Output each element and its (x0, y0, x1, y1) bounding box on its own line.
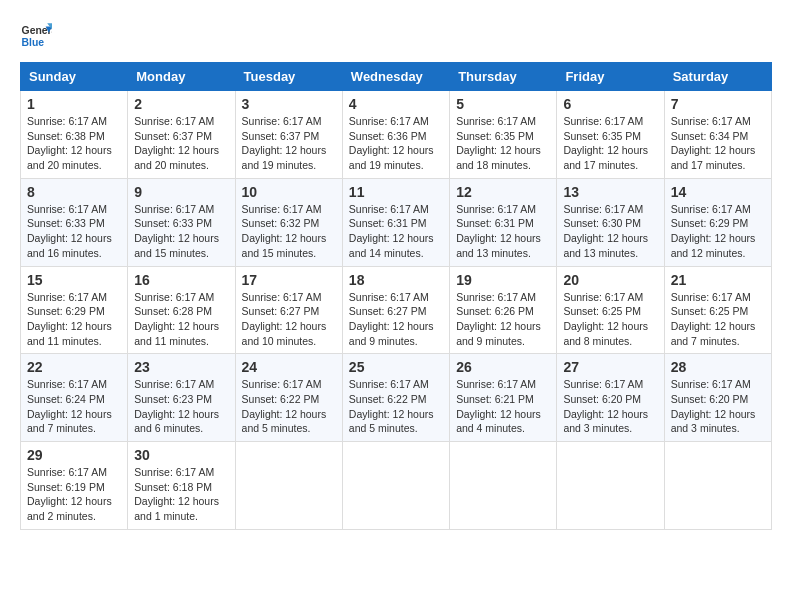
calendar-cell: 15Sunrise: 6:17 AM Sunset: 6:29 PM Dayli… (21, 266, 128, 354)
calendar-cell (450, 442, 557, 530)
calendar-cell: 22Sunrise: 6:17 AM Sunset: 6:24 PM Dayli… (21, 354, 128, 442)
day-info: Sunrise: 6:17 AM Sunset: 6:19 PM Dayligh… (27, 465, 121, 524)
calendar-cell: 30Sunrise: 6:17 AM Sunset: 6:18 PM Dayli… (128, 442, 235, 530)
calendar-cell: 25Sunrise: 6:17 AM Sunset: 6:22 PM Dayli… (342, 354, 449, 442)
calendar-week-1: 1Sunrise: 6:17 AM Sunset: 6:38 PM Daylig… (21, 91, 772, 179)
day-info: Sunrise: 6:17 AM Sunset: 6:20 PM Dayligh… (563, 377, 657, 436)
calendar-cell: 3Sunrise: 6:17 AM Sunset: 6:37 PM Daylig… (235, 91, 342, 179)
day-number: 8 (27, 184, 121, 200)
calendar-cell: 6Sunrise: 6:17 AM Sunset: 6:35 PM Daylig… (557, 91, 664, 179)
calendar-cell: 9Sunrise: 6:17 AM Sunset: 6:33 PM Daylig… (128, 178, 235, 266)
day-info: Sunrise: 6:17 AM Sunset: 6:22 PM Dayligh… (349, 377, 443, 436)
day-info: Sunrise: 6:17 AM Sunset: 6:29 PM Dayligh… (671, 202, 765, 261)
calendar-cell: 2Sunrise: 6:17 AM Sunset: 6:37 PM Daylig… (128, 91, 235, 179)
column-header-tuesday: Tuesday (235, 63, 342, 91)
day-info: Sunrise: 6:17 AM Sunset: 6:35 PM Dayligh… (563, 114, 657, 173)
day-info: Sunrise: 6:17 AM Sunset: 6:27 PM Dayligh… (242, 290, 336, 349)
calendar-cell: 17Sunrise: 6:17 AM Sunset: 6:27 PM Dayli… (235, 266, 342, 354)
day-info: Sunrise: 6:17 AM Sunset: 6:24 PM Dayligh… (27, 377, 121, 436)
day-info: Sunrise: 6:17 AM Sunset: 6:25 PM Dayligh… (671, 290, 765, 349)
calendar-cell: 12Sunrise: 6:17 AM Sunset: 6:31 PM Dayli… (450, 178, 557, 266)
calendar-week-2: 8Sunrise: 6:17 AM Sunset: 6:33 PM Daylig… (21, 178, 772, 266)
day-info: Sunrise: 6:17 AM Sunset: 6:30 PM Dayligh… (563, 202, 657, 261)
calendar-cell: 27Sunrise: 6:17 AM Sunset: 6:20 PM Dayli… (557, 354, 664, 442)
day-number: 2 (134, 96, 228, 112)
day-number: 16 (134, 272, 228, 288)
calendar-cell (557, 442, 664, 530)
day-info: Sunrise: 6:17 AM Sunset: 6:37 PM Dayligh… (134, 114, 228, 173)
column-header-monday: Monday (128, 63, 235, 91)
day-number: 30 (134, 447, 228, 463)
day-info: Sunrise: 6:17 AM Sunset: 6:36 PM Dayligh… (349, 114, 443, 173)
calendar-cell: 5Sunrise: 6:17 AM Sunset: 6:35 PM Daylig… (450, 91, 557, 179)
day-number: 24 (242, 359, 336, 375)
day-info: Sunrise: 6:17 AM Sunset: 6:38 PM Dayligh… (27, 114, 121, 173)
calendar-cell: 1Sunrise: 6:17 AM Sunset: 6:38 PM Daylig… (21, 91, 128, 179)
day-number: 15 (27, 272, 121, 288)
day-number: 11 (349, 184, 443, 200)
calendar-cell (235, 442, 342, 530)
day-info: Sunrise: 6:17 AM Sunset: 6:32 PM Dayligh… (242, 202, 336, 261)
day-info: Sunrise: 6:17 AM Sunset: 6:21 PM Dayligh… (456, 377, 550, 436)
column-header-thursday: Thursday (450, 63, 557, 91)
calendar-cell: 18Sunrise: 6:17 AM Sunset: 6:27 PM Dayli… (342, 266, 449, 354)
day-info: Sunrise: 6:17 AM Sunset: 6:37 PM Dayligh… (242, 114, 336, 173)
calendar-cell: 21Sunrise: 6:17 AM Sunset: 6:25 PM Dayli… (664, 266, 771, 354)
calendar-week-3: 15Sunrise: 6:17 AM Sunset: 6:29 PM Dayli… (21, 266, 772, 354)
calendar-cell: 26Sunrise: 6:17 AM Sunset: 6:21 PM Dayli… (450, 354, 557, 442)
day-number: 12 (456, 184, 550, 200)
day-info: Sunrise: 6:17 AM Sunset: 6:23 PM Dayligh… (134, 377, 228, 436)
day-number: 26 (456, 359, 550, 375)
day-info: Sunrise: 6:17 AM Sunset: 6:29 PM Dayligh… (27, 290, 121, 349)
day-info: Sunrise: 6:17 AM Sunset: 6:31 PM Dayligh… (349, 202, 443, 261)
day-number: 28 (671, 359, 765, 375)
day-info: Sunrise: 6:17 AM Sunset: 6:26 PM Dayligh… (456, 290, 550, 349)
calendar-cell: 8Sunrise: 6:17 AM Sunset: 6:33 PM Daylig… (21, 178, 128, 266)
calendar-header-row: SundayMondayTuesdayWednesdayThursdayFrid… (21, 63, 772, 91)
day-number: 7 (671, 96, 765, 112)
day-number: 20 (563, 272, 657, 288)
calendar-cell: 7Sunrise: 6:17 AM Sunset: 6:34 PM Daylig… (664, 91, 771, 179)
calendar-cell (342, 442, 449, 530)
day-info: Sunrise: 6:17 AM Sunset: 6:27 PM Dayligh… (349, 290, 443, 349)
page-header: General Blue (20, 20, 772, 52)
day-info: Sunrise: 6:17 AM Sunset: 6:20 PM Dayligh… (671, 377, 765, 436)
calendar-cell: 13Sunrise: 6:17 AM Sunset: 6:30 PM Dayli… (557, 178, 664, 266)
calendar-cell: 11Sunrise: 6:17 AM Sunset: 6:31 PM Dayli… (342, 178, 449, 266)
calendar-cell: 10Sunrise: 6:17 AM Sunset: 6:32 PM Dayli… (235, 178, 342, 266)
logo: General Blue (20, 20, 52, 52)
calendar-cell: 4Sunrise: 6:17 AM Sunset: 6:36 PM Daylig… (342, 91, 449, 179)
day-info: Sunrise: 6:17 AM Sunset: 6:35 PM Dayligh… (456, 114, 550, 173)
day-number: 9 (134, 184, 228, 200)
day-number: 6 (563, 96, 657, 112)
day-number: 13 (563, 184, 657, 200)
day-number: 3 (242, 96, 336, 112)
day-info: Sunrise: 6:17 AM Sunset: 6:33 PM Dayligh… (27, 202, 121, 261)
column-header-saturday: Saturday (664, 63, 771, 91)
calendar-week-5: 29Sunrise: 6:17 AM Sunset: 6:19 PM Dayli… (21, 442, 772, 530)
day-number: 21 (671, 272, 765, 288)
day-number: 22 (27, 359, 121, 375)
day-number: 5 (456, 96, 550, 112)
day-number: 14 (671, 184, 765, 200)
calendar-cell: 16Sunrise: 6:17 AM Sunset: 6:28 PM Dayli… (128, 266, 235, 354)
day-number: 25 (349, 359, 443, 375)
column-header-friday: Friday (557, 63, 664, 91)
day-number: 17 (242, 272, 336, 288)
day-number: 1 (27, 96, 121, 112)
day-info: Sunrise: 6:17 AM Sunset: 6:25 PM Dayligh… (563, 290, 657, 349)
calendar-cell: 29Sunrise: 6:17 AM Sunset: 6:19 PM Dayli… (21, 442, 128, 530)
calendar-cell: 14Sunrise: 6:17 AM Sunset: 6:29 PM Dayli… (664, 178, 771, 266)
day-info: Sunrise: 6:17 AM Sunset: 6:18 PM Dayligh… (134, 465, 228, 524)
day-info: Sunrise: 6:17 AM Sunset: 6:33 PM Dayligh… (134, 202, 228, 261)
day-info: Sunrise: 6:17 AM Sunset: 6:34 PM Dayligh… (671, 114, 765, 173)
calendar-cell: 24Sunrise: 6:17 AM Sunset: 6:22 PM Dayli… (235, 354, 342, 442)
calendar-cell: 19Sunrise: 6:17 AM Sunset: 6:26 PM Dayli… (450, 266, 557, 354)
day-number: 23 (134, 359, 228, 375)
column-header-sunday: Sunday (21, 63, 128, 91)
column-header-wednesday: Wednesday (342, 63, 449, 91)
day-info: Sunrise: 6:17 AM Sunset: 6:22 PM Dayligh… (242, 377, 336, 436)
day-info: Sunrise: 6:17 AM Sunset: 6:31 PM Dayligh… (456, 202, 550, 261)
calendar-week-4: 22Sunrise: 6:17 AM Sunset: 6:24 PM Dayli… (21, 354, 772, 442)
calendar-table: SundayMondayTuesdayWednesdayThursdayFrid… (20, 62, 772, 530)
